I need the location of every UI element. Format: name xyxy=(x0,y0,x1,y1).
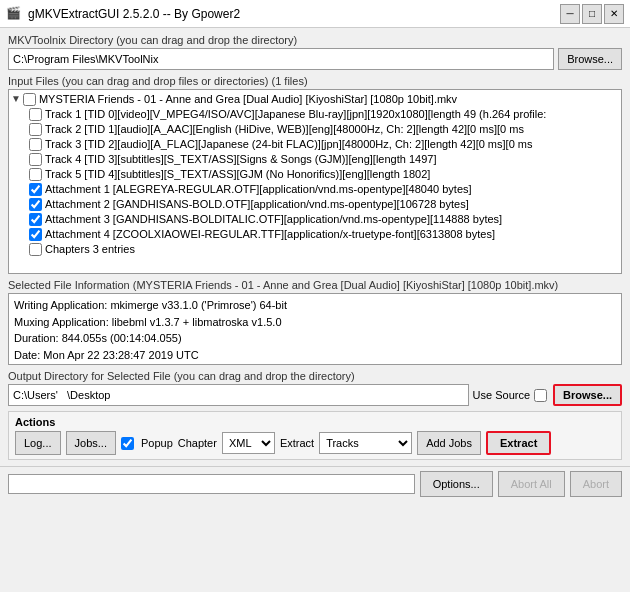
list-item: Track 3 [TID 2][audio][A_FLAC][Japanese … xyxy=(29,137,619,152)
list-item: Attachment 1 [ALEGREYA-REGULAR.OTF][appl… xyxy=(29,182,619,197)
list-item: Attachment 3 [GANDHISANS-BOLDITALIC.OTF]… xyxy=(29,212,619,227)
mkvtoolnix-browse-button[interactable]: Browse... xyxy=(558,48,622,70)
info-line-0: Writing Application: mkimerge v33.1.0 ('… xyxy=(14,297,616,314)
extract-button[interactable]: Extract xyxy=(486,431,551,455)
app-icon: 🎬 xyxy=(6,6,22,22)
actions-section: Actions Log... Jobs... Popup Chapter XML… xyxy=(8,411,622,460)
jobs-button[interactable]: Jobs... xyxy=(66,431,116,455)
list-item: Attachment 4 [ZCOOLXIAOWEI-REGULAR.TTF][… xyxy=(29,227,619,242)
title-bar-title: gMKVExtractGUI 2.5.2.0 -- By Gpower2 xyxy=(28,7,240,21)
extract-label: Extract xyxy=(280,437,314,449)
attach-checkbox-1[interactable] xyxy=(29,198,42,211)
add-jobs-button[interactable]: Add Jobs xyxy=(417,431,481,455)
abort-button[interactable]: Abort xyxy=(570,471,622,497)
track-label-2: Track 3 [TID 2][audio][A_FLAC][Japanese … xyxy=(45,138,533,150)
output-row: Use Source Browse... xyxy=(8,384,622,406)
mkvtoolnix-label: MKVToolnix Directory (you can drag and d… xyxy=(8,34,622,46)
options-button[interactable]: Options... xyxy=(420,471,493,497)
actions-label: Actions xyxy=(15,416,615,428)
info-line-2: Duration: 844.055s (00:14:04.055) xyxy=(14,330,616,347)
actions-row: Log... Jobs... Popup Chapter XML OGM CUE… xyxy=(15,431,615,455)
list-item: Attachment 2 [GANDHISANS-BOLD.OTF][appli… xyxy=(29,197,619,212)
use-source-checkbox[interactable] xyxy=(534,389,547,402)
list-item: Track 1 [TID 0][video][V_MPEG4/ISO/AVC][… xyxy=(29,107,619,122)
bottom-bar: Options... Abort All Abort xyxy=(0,466,630,501)
chapter-label: Chapter xyxy=(178,437,217,449)
maximize-button[interactable]: □ xyxy=(582,4,602,24)
main-content: MKVToolnix Directory (you can drag and d… xyxy=(0,28,630,466)
mkvtoolnix-path-input[interactable] xyxy=(8,48,554,70)
list-item: Chapters 3 entries xyxy=(29,242,619,257)
expand-icon[interactable]: ▼ xyxy=(11,93,21,104)
output-browse-button[interactable]: Browse... xyxy=(553,384,622,406)
info-line-3: Date: Mon Apr 22 23:28:47 2019 UTC xyxy=(14,347,616,364)
input-files-label: Input Files (you can drag and drop files… xyxy=(8,75,622,87)
tracks-container: Track 1 [TID 0][video][V_MPEG4/ISO/AVC][… xyxy=(11,107,619,257)
log-button[interactable]: Log... xyxy=(15,431,61,455)
root-file-label: MYSTERIA Friends - 01 - Anne and Grea [D… xyxy=(39,93,457,105)
attach-label-2: Attachment 3 [GANDHISANS-BOLDITALIC.OTF]… xyxy=(45,213,502,225)
attach-checkbox-3[interactable] xyxy=(29,228,42,241)
attach-label-1: Attachment 2 [GANDHISANS-BOLD.OTF][appli… xyxy=(45,198,469,210)
attach-label-3: Attachment 4 [ZCOOLXIAOWEI-REGULAR.TTF][… xyxy=(45,228,495,240)
close-button[interactable]: ✕ xyxy=(604,4,624,24)
tracks-select[interactable]: Tracks Attachments Chapters Tags Cue She… xyxy=(319,432,412,454)
info-line-1: Muxing Application: libebml v1.3.7 + lib… xyxy=(14,314,616,331)
attach-checkbox-0[interactable] xyxy=(29,183,42,196)
track-checkbox-2[interactable] xyxy=(29,138,42,151)
root-file-checkbox[interactable] xyxy=(23,93,36,106)
output-path-input[interactable] xyxy=(8,384,469,406)
track-label-1: Track 2 [TID 1][audio][A_AAC][English (H… xyxy=(45,123,524,135)
track-label-0: Track 1 [TID 0][video][V_MPEG4/ISO/AVC][… xyxy=(45,108,546,120)
file-list[interactable]: ▼ MYSTERIA Friends - 01 - Anne and Grea … xyxy=(8,89,622,274)
root-file-item: ▼ MYSTERIA Friends - 01 - Anne and Grea … xyxy=(11,92,619,107)
track-checkbox-3[interactable] xyxy=(29,153,42,166)
progress-bar xyxy=(8,474,415,494)
title-bar: 🎬 gMKVExtractGUI 2.5.2.0 -- By Gpower2 ─… xyxy=(0,0,630,28)
track-checkbox-4[interactable] xyxy=(29,168,42,181)
attach-label-0: Attachment 1 [ALEGREYA-REGULAR.OTF][appl… xyxy=(45,183,472,195)
track-checkbox-1[interactable] xyxy=(29,123,42,136)
mkvtoolnix-section: MKVToolnix Directory (you can drag and d… xyxy=(8,34,622,70)
attach-checkbox-2[interactable] xyxy=(29,213,42,226)
output-directory-label: Output Directory for Selected File (you … xyxy=(8,370,622,382)
mkvtoolnix-row: Browse... xyxy=(8,48,622,70)
info-box: Writing Application: mkimerge v33.1.0 ('… xyxy=(8,293,622,365)
output-directory-section: Output Directory for Selected File (you … xyxy=(8,370,622,406)
list-item: Track 2 [TID 1][audio][A_AAC][English (H… xyxy=(29,122,619,137)
list-item: Track 5 [TID 4][subtitles][S_TEXT/ASS][G… xyxy=(29,167,619,182)
track-label-4: Track 5 [TID 4][subtitles][S_TEXT/ASS][G… xyxy=(45,168,430,180)
popup-checkbox[interactable] xyxy=(121,437,134,450)
input-files-section: Input Files (you can drag and drop files… xyxy=(8,75,622,274)
window-controls: ─ □ ✕ xyxy=(560,4,624,24)
chapters-checkbox[interactable] xyxy=(29,243,42,256)
list-item: Track 4 [TID 3][subtitles][S_TEXT/ASS][S… xyxy=(29,152,619,167)
track-checkbox-0[interactable] xyxy=(29,108,42,121)
chapter-format-select[interactable]: XML OGM CUE xyxy=(222,432,275,454)
selected-file-label: Selected File Information (MYSTERIA Frie… xyxy=(8,279,622,291)
selected-file-section: Selected File Information (MYSTERIA Frie… xyxy=(8,279,622,365)
use-source-label: Use Source xyxy=(473,389,530,401)
abort-all-button[interactable]: Abort All xyxy=(498,471,565,497)
popup-label: Popup xyxy=(141,437,173,449)
chapters-label: Chapters 3 entries xyxy=(45,243,135,255)
minimize-button[interactable]: ─ xyxy=(560,4,580,24)
track-label-3: Track 4 [TID 3][subtitles][S_TEXT/ASS][S… xyxy=(45,153,436,165)
